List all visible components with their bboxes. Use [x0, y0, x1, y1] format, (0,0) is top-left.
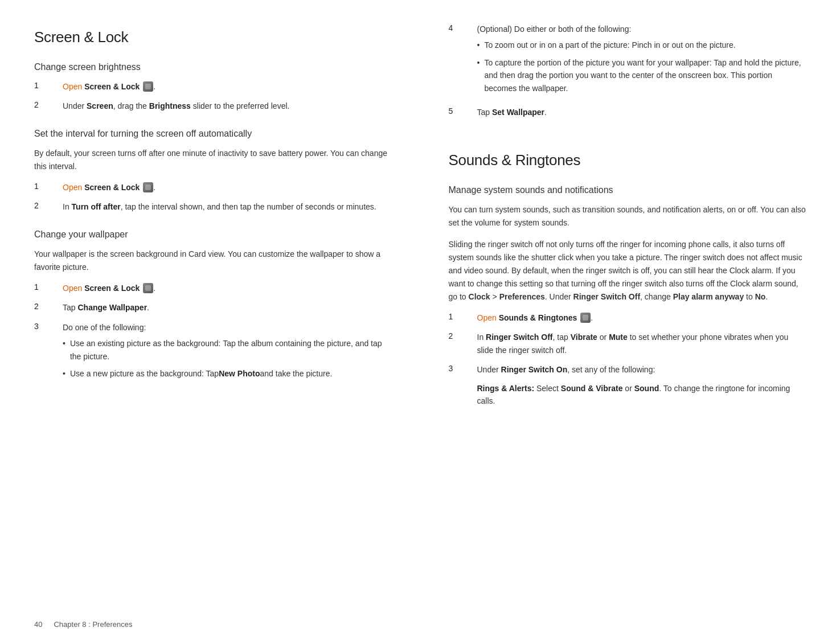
list-item: To zoom out or in on a part of the pictu…: [477, 39, 806, 51]
clock-label: Clock: [469, 292, 490, 301]
step-row: 3 Under Ringer Switch On, set any of the…: [449, 363, 806, 407]
step-row: 1 Open Screen & Lock .: [34, 282, 392, 294]
screen-lock-label: Screen & Lock: [84, 82, 140, 91]
turn-off-after-label: Turn off after: [72, 202, 121, 211]
manage-sounds-body2: Sliding the ringer switch off not only t…: [449, 238, 806, 303]
ringer-switch-off-label2: Ringer Switch Off: [486, 333, 552, 342]
open-word: Open: [63, 183, 82, 192]
play-alarm-label: Play alarm anyway: [673, 292, 744, 301]
open-word: Open: [63, 82, 82, 91]
step-number: 1: [34, 181, 63, 191]
step-number: 2: [449, 331, 477, 340]
step-row: 2 Tap Change Wallpaper.: [34, 301, 392, 314]
manage-sounds-body1: You can turn system sounds, such as tran…: [449, 203, 806, 229]
sound-vibrate-label: Sound & Vibrate: [561, 384, 623, 393]
step-row: 4 (Optional) Do either or both of the fo…: [449, 23, 806, 99]
change-wallpaper-label: Change Wallpaper: [77, 303, 147, 312]
step-number: 2: [34, 301, 63, 311]
step-content: Open Screen & Lock .: [63, 282, 392, 294]
step-content: Open Screen & Lock .: [63, 181, 392, 194]
optional-bullets: To zoom out or in on a part of the pictu…: [477, 39, 806, 95]
sounds-icon: [580, 313, 591, 323]
step-content: Open Screen & Lock .: [63, 80, 392, 93]
step-content: In Ringer Switch Off, tap Vibrate or Mut…: [477, 331, 806, 356]
left-column: Screen & Lock Change screen brightness 1…: [0, 17, 420, 606]
step-number: 4: [449, 23, 477, 32]
right-column: 4 (Optional) Do either or both of the fo…: [420, 17, 841, 606]
change-wallpaper-section: Change your wallpaper Your wallpaper is …: [34, 229, 392, 385]
step-number: 1: [34, 282, 63, 292]
new-photo-label: New Photo: [219, 367, 260, 380]
step-row: 2 In Turn off after, tap the interval sh…: [34, 200, 392, 213]
screen-label: Screen: [87, 101, 113, 110]
screen-lock-icon: [143, 81, 153, 92]
sounds-ringtones-label: Sounds & Ringtones: [499, 313, 577, 322]
set-interval-section: Set the interval for turning the screen …: [34, 129, 392, 214]
step-row: 2 In Ringer Switch Off, tap Vibrate or M…: [449, 331, 806, 356]
change-brightness-section: Change screen brightness 1 Open Screen &…: [34, 62, 392, 113]
step-row: 3 Do one of the following: Use an existi…: [34, 321, 392, 385]
step-content: (Optional) Do either or both of the foll…: [477, 23, 806, 99]
step-content: Do one of the following: Use an existing…: [63, 321, 392, 385]
mute-label: Mute: [609, 333, 628, 342]
screen-lock-label: Screen & Lock: [84, 183, 140, 192]
no-label: No: [755, 292, 766, 301]
step-content: Under Ringer Switch On, set any of the f…: [477, 363, 806, 407]
ringer-switch-on-label: Ringer Switch On: [501, 365, 568, 374]
step4-section: 4 (Optional) Do either or both of the fo…: [449, 23, 806, 118]
list-item: Use a new picture as the background: Tap…: [63, 367, 392, 380]
chapter-label: Chapter 8 : Preferences: [54, 620, 132, 629]
step-number: 1: [34, 80, 63, 90]
manage-sounds-section: Manage system sounds and notifications Y…: [449, 185, 806, 407]
set-interval-body: By default, your screen turns off after …: [34, 147, 392, 173]
step-number: 1: [449, 311, 477, 321]
manage-sounds-title: Manage system sounds and notifications: [449, 185, 806, 195]
sound-label: Sound: [634, 384, 659, 393]
step-content: Under Screen, drag the Brightness slider…: [63, 100, 392, 112]
step-row: 1 Open Screen & Lock .: [34, 181, 392, 194]
step-row: 1 Open Sounds & Ringtones .: [449, 311, 806, 324]
step-number: 2: [34, 100, 63, 109]
step-row: 2 Under Screen, drag the Brightness slid…: [34, 100, 392, 112]
step-row: 5 Tap Set Wallpaper.: [449, 106, 806, 118]
screen-lock-icon: [143, 182, 153, 192]
screen-lock-icon: [143, 283, 153, 293]
preferences-label: Preferences: [499, 292, 545, 301]
set-interval-title: Set the interval for turning the screen …: [34, 129, 392, 139]
brightness-label: Brightness: [149, 101, 191, 110]
open-word: Open: [477, 313, 497, 322]
step-number: 5: [449, 106, 477, 116]
change-wallpaper-body: Your wallpaper is the screen background …: [34, 248, 392, 274]
step-number: 3: [449, 363, 477, 373]
step-content: Open Sounds & Ringtones .: [477, 311, 806, 324]
change-brightness-title: Change screen brightness: [34, 62, 392, 72]
set-wallpaper-label: Set Wallpaper: [492, 108, 544, 117]
footer: 40 Chapter 8 : Preferences: [0, 620, 840, 629]
rings-alerts-label: Rings & Alerts:: [477, 384, 535, 393]
step-number: 3: [34, 321, 63, 331]
step-content: Tap Change Wallpaper.: [63, 301, 392, 314]
change-wallpaper-title: Change your wallpaper: [34, 229, 392, 240]
step-content: In Turn off after, tap the interval show…: [63, 200, 392, 213]
ringer-switch-off-label: Ringer Switch Off: [573, 292, 640, 301]
step-content: Tap Set Wallpaper.: [477, 106, 806, 118]
sounds-ringtones-heading: Sounds & Ringtones: [449, 151, 806, 169]
wallpaper-bullets: Use an existing picture as the backgroun…: [63, 337, 392, 380]
open-word: Open: [63, 284, 82, 293]
page-number: 40: [34, 620, 42, 629]
screen-lock-heading: Screen & Lock: [34, 28, 392, 46]
list-item: Use an existing picture as the backgroun…: [63, 337, 392, 363]
list-item: To capture the portion of the picture yo…: [477, 56, 806, 95]
step-number: 2: [34, 200, 63, 210]
step-row: 1 Open Screen & Lock .: [34, 80, 392, 93]
vibrate-label: Vibrate: [571, 333, 597, 342]
screen-lock-label: Screen & Lock: [84, 284, 140, 293]
